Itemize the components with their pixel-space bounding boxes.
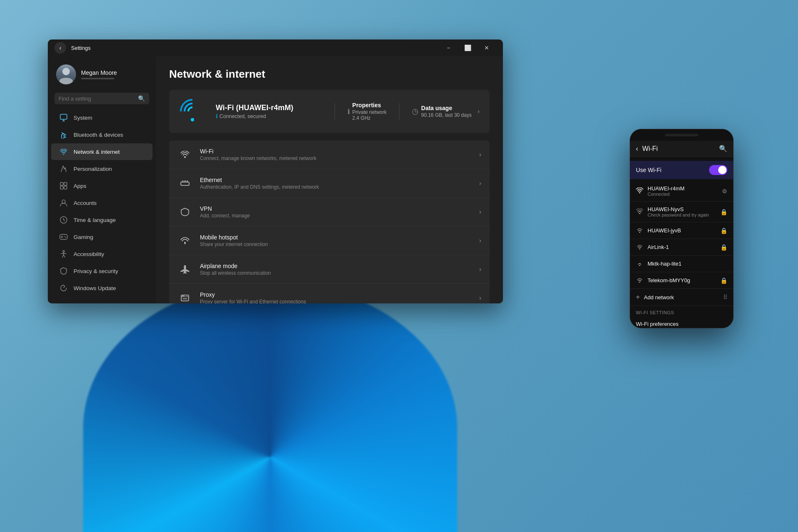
svg-rect-7	[64, 186, 67, 189]
lock-icon-2: 🔒	[720, 227, 727, 234]
properties-sub: Private network2.4 GHz	[352, 109, 387, 121]
minimize-button[interactable]: −	[439, 41, 458, 54]
title-bar-left: ‹ Settings	[54, 42, 91, 54]
wifi-network-name: Wi-Fi (HUAWEI-r4mM)	[216, 103, 325, 112]
phone-add-network[interactable]: + Add network ⠿	[630, 289, 733, 306]
accessibility-icon	[59, 250, 68, 258]
wifi-hero-card[interactable]: Wi-Fi (HUAWEI-r4mM) ℹ Connected, secured…	[169, 90, 490, 133]
setting-proxy-text: Proxy Proxy server for Wi-Fi and Etherne…	[200, 291, 472, 303]
sidebar-label-privacy: Privacy & security	[74, 268, 118, 274]
phone-network-1-info: HUAWEI-NyvS Check password and try again	[648, 206, 716, 217]
phone-network-1-sub: Check password and try again	[648, 212, 716, 217]
wifi-hero-info: Wi-Fi (HUAWEI-r4mM) ℹ Connected, secured	[216, 103, 325, 119]
sidebar-label-apps: Apps	[74, 183, 86, 189]
svg-point-15	[63, 251, 64, 252]
phone-nav-title: Wi-Fi	[642, 145, 715, 153]
search-icon: 🔍	[138, 95, 145, 102]
phone-network-2-info: HUAWEI-jyvB	[648, 227, 716, 234]
phone-network-4[interactable]: Mktk-hap-lite1	[630, 256, 733, 272]
sidebar-label-network: Network & internet	[74, 149, 120, 155]
wifi-signal-icon-1	[636, 208, 643, 215]
sidebar-item-update[interactable]: Windows Update	[51, 280, 153, 296]
phone-pref-0[interactable]: Wi-Fi preferences Wi-Fi doesn't turn bac…	[630, 317, 733, 328]
phone-network-1[interactable]: HUAWEI-NyvS Check password and try again…	[630, 202, 733, 222]
setting-row-airplane[interactable]: Airplane mode Stop all wireless communic…	[169, 255, 490, 284]
user-profile[interactable]: Megan Moore	[48, 60, 156, 91]
phone-wifi-settings-header: WI-FI SETTINGS	[630, 306, 733, 317]
phone-network-3-name: AirLink-1	[648, 244, 716, 250]
setting-row-hotspot[interactable]: Mobile hotspot Share your internet conne…	[169, 227, 490, 255]
sidebar-label-accounts: Accounts	[74, 200, 97, 206]
setting-row-proxy[interactable]: Proxy Proxy server for Wi-Fi and Etherne…	[169, 284, 490, 303]
wifi-signal-icon	[179, 98, 206, 125]
setting-row-ethernet[interactable]: Ethernet Authentication, IP and DNS sett…	[169, 169, 490, 198]
setting-wifi-title: Wi-Fi	[200, 148, 472, 155]
setting-ethernet-title: Ethernet	[200, 177, 472, 183]
lock-icon-5: 🔒	[720, 277, 727, 284]
sidebar-item-network[interactable]: Network & internet	[51, 143, 153, 160]
setting-vpn-text: VPN Add, connect, manage	[200, 205, 472, 219]
phone-search-icon[interactable]: 🔍	[719, 145, 727, 153]
settings-group: Wi-Fi Connect, manage known networks, me…	[169, 140, 490, 303]
meta-divider-1	[335, 103, 335, 120]
data-usage-link[interactable]: ◷ Data usage 90.16 GB, last 30 days ›	[412, 105, 480, 118]
sidebar-label-personalization: Personalization	[74, 166, 112, 172]
setting-airplane-title: Airplane mode	[200, 263, 472, 269]
sidebar-item-time[interactable]: Time & language	[51, 212, 153, 228]
lock-icon-3: 🔒	[720, 244, 727, 251]
phone-wifi-toggle-row[interactable]: Use Wi-Fi	[630, 161, 733, 179]
sidebar: Megan Moore 🔍 System	[48, 56, 156, 303]
sidebar-item-accounts[interactable]: Accounts	[51, 195, 153, 211]
sidebar-label-bluetooth: Bluetooth & devices	[74, 132, 123, 138]
phone-network-0-gear-icon[interactable]: ⚙	[722, 188, 727, 195]
sidebar-item-apps[interactable]: Apps	[51, 177, 153, 194]
properties-label: Properties	[352, 102, 387, 108]
sidebar-item-privacy[interactable]: Privacy & security	[51, 263, 153, 279]
accounts-icon	[59, 199, 68, 207]
phone-network-1-name: HUAWEI-NyvS	[648, 206, 716, 212]
svg-point-23	[184, 242, 186, 244]
setting-ethernet-text: Ethernet Authentication, IP and DNS sett…	[200, 177, 472, 190]
add-network-icon: +	[636, 293, 640, 301]
search-input[interactable]	[59, 96, 135, 102]
svg-rect-18	[181, 182, 189, 185]
user-name: Megan Moore	[81, 69, 117, 76]
phone-network-0[interactable]: HUAWEI-r4mM Connected ⚙	[630, 181, 733, 202]
update-icon	[59, 284, 68, 292]
user-info: Megan Moore	[81, 69, 117, 79]
airplane-row-icon	[177, 262, 192, 277]
back-button[interactable]: ‹	[54, 42, 66, 54]
sidebar-label-update: Windows Update	[74, 285, 116, 291]
setting-row-vpn[interactable]: VPN Add, connect, manage ›	[169, 198, 490, 227]
ethernet-row-icon	[177, 176, 192, 191]
sidebar-label-gaming: Gaming	[74, 234, 93, 240]
setting-hotspot-title: Mobile hotspot	[200, 234, 472, 241]
sidebar-item-personalization[interactable]: Personalization	[51, 160, 153, 177]
add-network-label: Add network	[644, 294, 674, 300]
info-icon: ℹ	[216, 113, 218, 119]
search-box[interactable]: 🔍	[54, 93, 149, 104]
phone-network-5[interactable]: Telekom-bMYY0g 🔒	[630, 272, 733, 289]
phone-back-icon[interactable]: ‹	[636, 145, 638, 153]
sidebar-item-system[interactable]: System	[51, 109, 153, 126]
setting-hotspot-sub: Share your internet connection	[200, 241, 472, 247]
close-button[interactable]: ✕	[477, 41, 496, 54]
setting-vpn-title: VPN	[200, 205, 472, 212]
user-bar-decoration	[81, 78, 114, 79]
maximize-button[interactable]: ⬜	[458, 41, 477, 54]
phone-wifi-toggle-switch[interactable]	[709, 165, 727, 175]
properties-icon: ℹ	[347, 108, 350, 116]
sidebar-item-gaming[interactable]: Gaming	[51, 229, 153, 245]
airplane-row-chevron: ›	[479, 266, 481, 273]
data-usage-label: Data usage	[421, 105, 471, 111]
phone-network-2[interactable]: HUAWEI-jyvB 🔒	[630, 222, 733, 239]
time-icon	[59, 216, 68, 224]
setting-row-wifi[interactable]: Wi-Fi Connect, manage known networks, me…	[169, 140, 490, 169]
setting-airplane-text: Airplane mode Stop all wireless communic…	[200, 263, 472, 276]
setting-proxy-sub: Proxy server for Wi-Fi and Ethernet conn…	[200, 299, 472, 303]
phone-network-3[interactable]: AirLink-1 🔒	[630, 239, 733, 256]
sidebar-item-bluetooth[interactable]: Bluetooth & devices	[51, 126, 153, 143]
properties-link[interactable]: ℹ Properties Private network2.4 GHz	[347, 102, 387, 121]
svg-point-28	[183, 296, 184, 296]
sidebar-item-accessibility[interactable]: Accessibility	[51, 246, 153, 262]
